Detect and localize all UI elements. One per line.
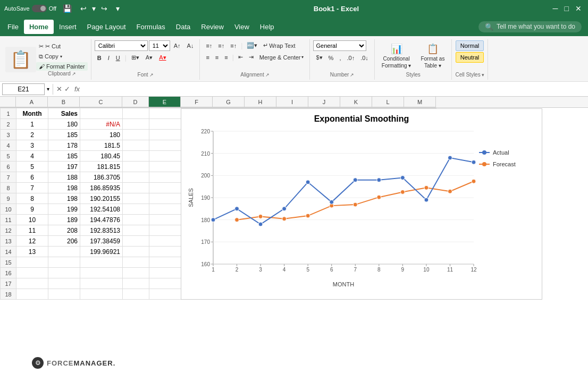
cell-a-16[interactable]	[16, 268, 48, 278]
cell-e-4[interactable]	[149, 140, 181, 151]
cell-b-5[interactable]: 185	[48, 151, 80, 162]
cell-d-7[interactable]	[123, 172, 149, 183]
cell-c-16[interactable]	[80, 268, 123, 278]
cell-d-3[interactable]	[123, 130, 149, 140]
cell-b-1[interactable]: Sales	[48, 108, 80, 119]
font-size-select[interactable]: 11	[149, 40, 170, 51]
close-button[interactable]: ✕	[573, 3, 584, 14]
cell-b-11[interactable]: 189	[48, 215, 80, 225]
menu-insert[interactable]: Insert	[54, 20, 82, 34]
cell-d-6[interactable]	[123, 162, 149, 172]
cell-reference-box[interactable]	[2, 83, 45, 95]
cell-d-17[interactable]	[123, 278, 149, 289]
col-header-i[interactable]: I	[276, 97, 308, 107]
menu-home[interactable]: Home	[24, 20, 54, 34]
cell-b-14[interactable]	[48, 247, 80, 257]
cell-a-5[interactable]: 4	[16, 151, 48, 162]
search-box[interactable]: Tell me what you want to do	[497, 23, 575, 30]
cell-b-12[interactable]: 208	[48, 225, 80, 236]
col-header-m[interactable]: M	[404, 97, 436, 107]
merge-center-button[interactable]: Merge & Center ▾	[257, 53, 307, 62]
angle-text-btn[interactable]: 🔤▾	[244, 40, 260, 50]
cell-d-13[interactable]	[123, 236, 149, 247]
cell-a-17[interactable]	[16, 278, 48, 289]
cell-b-15[interactable]	[48, 257, 80, 268]
cell-d-9[interactable]	[123, 193, 149, 204]
cell-e-9[interactable]	[149, 193, 181, 204]
cell-c-13[interactable]: 197.38459	[80, 236, 123, 247]
menu-review[interactable]: Review	[196, 20, 229, 34]
cell-b-13[interactable]: 206	[48, 236, 80, 247]
cell-d-10[interactable]	[123, 204, 149, 215]
cell-c-8[interactable]: 186.85935	[80, 183, 123, 193]
cell-c-5[interactable]: 180.45	[80, 151, 123, 162]
maximize-button[interactable]: □	[562, 3, 571, 14]
cancel-formula-btn[interactable]: ✕	[56, 85, 62, 93]
cell-a-6[interactable]: 5	[16, 162, 48, 172]
cell-c-14[interactable]: 199.96921	[80, 247, 123, 257]
align-top-right-btn[interactable]: ≡↑	[228, 41, 239, 50]
cell-c-2[interactable]: #N/A	[80, 119, 123, 130]
cell-d-12[interactable]	[123, 225, 149, 236]
col-header-c[interactable]: C	[80, 97, 122, 107]
cell-b-10[interactable]: 199	[48, 204, 80, 215]
align-top-center-btn[interactable]: ≡↑	[215, 41, 227, 50]
number-expand[interactable]: ↗	[350, 72, 354, 78]
menu-help[interactable]: Help	[255, 20, 280, 34]
indent-less-btn[interactable]: ⇤	[236, 52, 246, 62]
cell-d-16[interactable]	[123, 268, 149, 278]
col-header-b[interactable]: B	[48, 97, 80, 107]
alignment-expand[interactable]: ↗	[265, 72, 270, 78]
col-header-a[interactable]: A	[16, 97, 48, 107]
cell-a-9[interactable]: 8	[16, 193, 48, 204]
cell-e-17[interactable]	[149, 278, 181, 289]
cell-c-7[interactable]: 186.3705	[80, 172, 123, 183]
align-top-left-btn[interactable]: ≡↑	[203, 41, 215, 50]
name-box-dropdown[interactable]: ▾	[47, 86, 49, 92]
font-expand[interactable]: ↗	[149, 72, 154, 78]
cell-b-9[interactable]: 198	[48, 193, 80, 204]
copy-button[interactable]: ⧉ Copy ▾	[36, 52, 88, 61]
menu-data[interactable]: Data	[171, 20, 196, 34]
cell-d-15[interactable]	[123, 257, 149, 268]
align-center-btn[interactable]: ≡	[213, 53, 221, 62]
cell-c-9[interactable]: 190.20155	[80, 193, 123, 204]
cell-e-2[interactable]	[149, 119, 181, 130]
cell-b-18[interactable]	[48, 289, 80, 300]
increase-font-btn[interactable]: A↑	[171, 41, 183, 50]
undo-button[interactable]: ↩	[78, 3, 89, 14]
bold-button[interactable]: B	[95, 53, 104, 63]
conditional-formatting-btn[interactable]: 📊 Conditional Formatting ▾	[378, 40, 415, 71]
indent-more-btn[interactable]: ⇥	[246, 52, 256, 62]
formula-input[interactable]	[84, 86, 586, 93]
menu-formulas[interactable]: Formulas	[131, 20, 171, 34]
cell-b-16[interactable]	[48, 268, 80, 278]
autosave-toggle[interactable]	[32, 5, 47, 12]
cell-a-3[interactable]: 2	[16, 130, 48, 140]
underline-button[interactable]: U	[113, 53, 123, 63]
redo-button[interactable]: ↪	[99, 3, 110, 14]
cell-e-15[interactable]	[149, 257, 181, 268]
align-left-btn[interactable]: ≡	[203, 53, 212, 62]
cell-d-2[interactable]	[123, 119, 149, 130]
comma-btn[interactable]: ,	[337, 53, 343, 63]
cell-c-1[interactable]	[80, 108, 123, 119]
cell-d-4[interactable]	[123, 140, 149, 151]
clipboard-expand[interactable]: ↗	[72, 71, 76, 77]
number-format-select[interactable]: General	[313, 40, 366, 51]
cell-a-13[interactable]: 12	[16, 236, 48, 247]
cell-c-15[interactable]	[80, 257, 123, 268]
italic-button[interactable]: I	[105, 53, 112, 63]
cell-a-4[interactable]: 3	[16, 140, 48, 151]
cell-a-10[interactable]: 9	[16, 204, 48, 215]
decrease-decimal-btn[interactable]: .0↓	[358, 53, 371, 63]
increase-decimal-btn[interactable]: .0↑	[344, 53, 357, 63]
cell-a-15[interactable]	[16, 257, 48, 268]
cell-a-7[interactable]: 6	[16, 172, 48, 183]
decrease-font-btn[interactable]: A↓	[184, 41, 197, 50]
cell-d-5[interactable]	[123, 151, 149, 162]
cell-e-5[interactable]	[149, 151, 181, 162]
cell-e-18[interactable]	[149, 289, 181, 300]
cell-c-18[interactable]	[80, 289, 123, 300]
save-button[interactable]: 💾	[61, 3, 74, 14]
